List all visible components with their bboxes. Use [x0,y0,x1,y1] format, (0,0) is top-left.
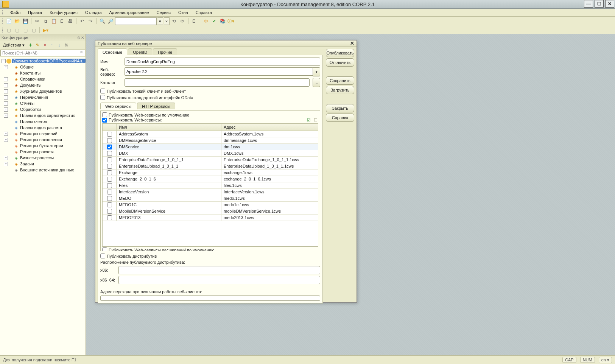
ws-row[interactable]: AddressSystemAddressSystem.1cws [103,131,318,137]
prev-icon[interactable]: ⟲ [170,17,178,25]
zoom-icon[interactable]: 🔎 [107,17,114,25]
undo-icon[interactable]: ↶ [78,17,86,25]
ws-row-checkbox[interactable] [107,170,112,175]
ws-row[interactable]: DMXDMX.1cws [103,150,318,157]
ws-default-checkbox[interactable] [102,112,107,117]
inner-tab-web[interactable]: Web-сервисы [100,103,136,109]
ws-row-checkbox[interactable] [107,157,112,162]
check-icon[interactable]: ✔ [210,17,218,25]
uncheck-all-icon[interactable]: ☐ [313,117,318,123]
close-dialog-button[interactable]: Закрыть [326,104,354,112]
tree-search-input[interactable] [0,50,85,56]
tab-openid[interactable]: OpenID [128,48,152,55]
ws-row[interactable]: Filesfiles.1cws [103,182,318,189]
up-icon[interactable]: ↑ [49,42,55,48]
delete-icon[interactable]: ✕ [42,42,48,48]
ws-row-checkbox[interactable] [107,183,112,188]
save-icon[interactable]: 💾 [22,17,29,25]
tree-node-journals[interactable]: +◈Журналы документов [0,88,86,94]
ws-row-checkbox[interactable] [107,151,112,156]
publish-button[interactable]: Опубликовать [326,49,354,57]
panel-pin-icon[interactable]: ⊙ [77,36,80,40]
tab-main[interactable]: Основные [98,48,127,55]
tree-node-pvc[interactable]: +◈Планы видов характеристик [0,112,86,118]
ws-row-checkbox[interactable] [107,190,112,194]
sort-icon[interactable]: ⇅ [63,42,69,48]
load-button[interactable]: Загрузить [326,86,354,94]
expander-icon[interactable]: + [4,156,8,160]
ws-row-checkbox[interactable] [107,202,112,207]
add-icon[interactable]: ✚ [27,42,33,48]
ws-row[interactable]: DMServicedm.1cws [103,144,318,150]
expander-icon[interactable]: − [2,59,6,63]
tree-node-plans[interactable]: ◈Планы счетов [0,118,86,124]
ws-row-checkbox[interactable] [107,209,112,214]
x86-64-input[interactable] [118,276,320,284]
next-icon[interactable]: ⟳ [179,17,186,25]
border-bottom-icon[interactable]: ▢ [30,26,37,34]
find-icon[interactable]: 🔍 [98,17,106,25]
tree-node-regnak[interactable]: +◈Регистры накопления [0,137,86,143]
tree-search-clear-icon[interactable]: ✕ [79,50,84,55]
new-icon[interactable]: 📄 [5,17,12,25]
minimize-button[interactable]: — [584,0,593,8]
menu-file[interactable]: Файл [7,9,23,16]
redirect-input[interactable] [100,296,320,301]
tree-node-calc[interactable]: ◈Планы видов расчета [0,124,86,131]
ws-row-checkbox[interactable] [107,196,112,201]
expander-icon[interactable]: + [4,114,8,118]
print-icon[interactable]: 🖶 [67,17,74,25]
expander-icon[interactable]: + [4,101,8,106]
tree-node-ext[interactable]: ◈Внешние источники данных [0,167,86,173]
tree-node-tasks[interactable]: +◈Задачи [0,161,86,167]
menu-help[interactable]: Справка [193,9,215,16]
open-icon[interactable]: 📂 [13,17,21,25]
tree-node-refs[interactable]: +◈Справочники [0,76,86,82]
ws-publish-checkbox[interactable] [102,118,107,123]
expander-icon[interactable]: + [4,89,8,93]
ws-row-checkbox[interactable] [107,132,112,137]
panel-close-icon[interactable]: ✕ [81,36,84,40]
maximize-button[interactable]: ☐ [595,0,604,8]
expander-icon[interactable]: + [4,107,8,112]
actions-menu[interactable]: Действия ▾ [2,42,26,48]
name-input[interactable] [125,58,320,66]
menu-admin[interactable]: Администрирование [106,9,152,16]
menu-debug[interactable]: Отладка [82,9,104,16]
books-icon[interactable]: 📚 [219,17,226,25]
webserver-dropdown-icon[interactable]: ▾ [313,67,320,76]
expander-icon[interactable]: + [4,77,8,81]
ws-row[interactable]: MobileDMVersionServicemobileDMVersionSer… [103,208,318,215]
run-icon[interactable]: ▶▾ [42,26,49,34]
x86-input[interactable] [118,266,320,274]
ws-row[interactable]: EnterpriseDataExchange_1_0_1_1Enterprise… [103,157,318,163]
help-button[interactable]: Справка [326,114,354,122]
cut-icon[interactable]: ✂ [33,17,41,25]
tree-node-enums[interactable]: +◈Перечисления [0,94,86,100]
tree-node-constants[interactable]: ◈Константы [0,70,86,76]
tree-node-regcalc[interactable]: ◈Регистры расчета [0,149,86,155]
tree-node-docs[interactable]: +◈Документы [0,82,86,88]
border-top-icon[interactable]: ▢ [22,26,29,34]
calendar-icon[interactable]: 🗓 [190,17,198,25]
tab-other[interactable]: Прочие [153,48,177,55]
tree-node-reports[interactable]: +◈Отчеты [0,100,86,106]
menu-service[interactable]: Сервис [153,9,174,16]
tree-root[interactable]: − ДокументооборотКОРПРусскийИАн… 🔒 🗎 [0,58,86,64]
thinclient-checkbox[interactable] [100,89,105,93]
menu-edit[interactable]: Правка [25,9,45,16]
tree-node-reginfo[interactable]: +◈Регистры сведений [0,131,86,137]
catalog-input[interactable] [125,78,310,87]
distr-checkbox[interactable] [100,254,105,258]
disconnect-button[interactable]: Отключить [326,58,354,67]
menu-windows[interactable]: Окна [175,9,191,16]
ws-row[interactable]: MEDO2013medo2013.1cws [103,215,318,221]
search-dropdown-icon[interactable]: ▾ [157,17,163,25]
catalog-browse-icon[interactable]: … [313,78,320,87]
search-clear-icon[interactable]: × [164,17,170,25]
menu-config[interactable]: Конфигурация [47,9,81,16]
ws-row-checkbox[interactable] [107,145,112,149]
ws-row[interactable]: MEDOmedo.1cws [103,195,318,202]
ws-row[interactable]: EnterpriseDataUpload_1_0_1_1EnterpriseDa… [103,163,318,170]
status-lang[interactable]: en ▾ [599,357,612,363]
